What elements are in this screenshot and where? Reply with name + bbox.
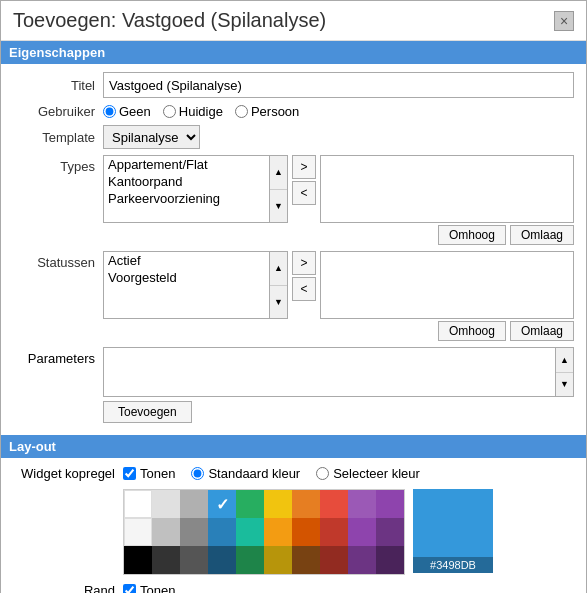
types-listbox-right[interactable] xyxy=(320,155,574,223)
tonen-checkbox-label[interactable]: Tonen xyxy=(123,466,175,481)
color-cell[interactable] xyxy=(208,518,236,546)
gebruiker-huidige-radio[interactable] xyxy=(163,105,176,118)
gebruiker-geen-label: Geen xyxy=(119,104,151,119)
list-item[interactable]: Actief xyxy=(104,252,269,269)
color-cell[interactable] xyxy=(124,518,152,546)
scroll-down-btn[interactable]: ▼ xyxy=(270,189,287,223)
parameters-block: ▲ ▼ Toevoegen xyxy=(103,347,574,423)
standaard-kleur-label[interactable]: Standaard kleur xyxy=(191,466,300,481)
layout-content: Widget kopregel Tonen Standaard kleur Se… xyxy=(1,458,586,593)
statussen-move-right-btn[interactable]: > xyxy=(292,251,316,275)
list-item[interactable]: Appartement/Flat xyxy=(104,156,269,173)
widget-kopregel-label: Widget kopregel xyxy=(13,466,123,481)
scroll-up-btn[interactable]: ▲ xyxy=(270,156,287,189)
titel-input[interactable] xyxy=(103,72,574,98)
gebruiker-radio-group: Geen Huidige Persoon xyxy=(103,104,299,119)
color-cell[interactable] xyxy=(152,518,180,546)
gebruiker-persoon-radio[interactable] xyxy=(235,105,248,118)
color-cell[interactable] xyxy=(348,518,376,546)
template-label: Template xyxy=(13,130,103,145)
types-omlaag-btn[interactable]: Omlaag xyxy=(510,225,574,245)
color-cell[interactable] xyxy=(152,546,180,574)
color-cell[interactable] xyxy=(264,490,292,518)
statussen-scroll-up-btn[interactable]: ▲ xyxy=(270,252,287,285)
color-cell[interactable] xyxy=(180,518,208,546)
parameters-label: Parameters xyxy=(13,347,103,366)
selecteer-kleur-radio[interactable] xyxy=(316,467,329,480)
rand-tonen-label[interactable]: Tonen xyxy=(123,583,175,593)
statussen-move-left-btn[interactable]: < xyxy=(292,277,316,301)
titel-label: Titel xyxy=(13,78,103,93)
close-button[interactable]: × xyxy=(554,11,574,31)
color-cell[interactable] xyxy=(236,490,264,518)
statussen-listbox-container: Actief Voorgesteld ▲ ▼ xyxy=(103,251,288,319)
standaard-kleur-text: Standaard kleur xyxy=(208,466,300,481)
types-omhoog-btn[interactable]: Omhoog xyxy=(438,225,506,245)
types-listbox-container: Appartement/Flat Kantoorpand Parkeervoor… xyxy=(103,155,288,223)
gebruiker-geen-option[interactable]: Geen xyxy=(103,104,151,119)
titel-input-wrap xyxy=(103,72,574,98)
color-cell[interactable] xyxy=(320,518,348,546)
gebruiker-persoon-option[interactable]: Persoon xyxy=(235,104,299,119)
color-cell[interactable] xyxy=(124,546,152,574)
eigenschappen-header: Eigenschappen xyxy=(1,41,586,64)
color-cell[interactable] xyxy=(180,546,208,574)
tonen-checkbox[interactable] xyxy=(123,467,136,480)
color-cell[interactable] xyxy=(376,546,404,574)
list-item[interactable]: Kantoorpand xyxy=(104,173,269,190)
color-cell[interactable] xyxy=(292,518,320,546)
statussen-listbox-left[interactable]: Actief Voorgesteld xyxy=(104,252,269,318)
color-cell[interactable] xyxy=(208,546,236,574)
rand-tonen-checkbox[interactable] xyxy=(123,584,136,593)
statussen-scrollbar[interactable]: ▲ ▼ xyxy=(269,252,287,318)
color-cell[interactable] xyxy=(292,546,320,574)
statussen-listbox-right[interactable] xyxy=(320,251,574,319)
color-cell[interactable] xyxy=(348,490,376,518)
param-scroll-up-btn[interactable]: ▲ xyxy=(556,348,573,372)
color-cell[interactable] xyxy=(180,490,208,518)
statussen-arrow-col: > < xyxy=(292,251,316,301)
statussen-omlaag-btn[interactable]: Omlaag xyxy=(510,321,574,341)
list-item[interactable]: Parkeervoorziening xyxy=(104,190,269,207)
parameters-scrollbar[interactable]: ▲ ▼ xyxy=(555,348,573,396)
types-listbox-left[interactable]: Appartement/Flat Kantoorpand Parkeervoor… xyxy=(104,156,269,222)
statussen-row: Statussen Actief Voorgesteld ▲ ▼ xyxy=(13,251,574,341)
types-scrollbar[interactable]: ▲ ▼ xyxy=(269,156,287,222)
standaard-kleur-radio[interactable] xyxy=(191,467,204,480)
parameters-content[interactable] xyxy=(104,348,555,396)
color-cell[interactable] xyxy=(292,490,320,518)
statussen-omhoog-btn[interactable]: Omhoog xyxy=(438,321,506,341)
types-arrow-col: > < xyxy=(292,155,316,205)
gebruiker-geen-radio[interactable] xyxy=(103,105,116,118)
color-cell[interactable] xyxy=(236,518,264,546)
tonen-label: Tonen xyxy=(140,466,175,481)
types-move-right-btn[interactable]: > xyxy=(292,155,316,179)
color-cell[interactable] xyxy=(320,490,348,518)
eigenschappen-content: Titel Gebruiker Geen Huidige Persoon xyxy=(1,64,586,435)
color-cell[interactable] xyxy=(376,518,404,546)
rand-label: Rand xyxy=(13,583,123,593)
color-cell[interactable] xyxy=(264,518,292,546)
titlebar: Toevoegen: Vastgoed (Spilanalyse) × xyxy=(1,1,586,41)
color-cell[interactable] xyxy=(376,490,404,518)
types-label: Types xyxy=(13,155,103,174)
parameters-row: Parameters ▲ ▼ Toevoegen xyxy=(13,347,574,423)
gebruiker-persoon-label: Persoon xyxy=(251,104,299,119)
color-cell[interactable] xyxy=(320,546,348,574)
types-move-left-btn[interactable]: < xyxy=(292,181,316,205)
color-cell[interactable] xyxy=(348,546,376,574)
color-cell[interactable] xyxy=(124,490,152,518)
color-cell[interactable] xyxy=(236,546,264,574)
toevoegen-btn[interactable]: Toevoegen xyxy=(103,401,192,423)
gebruiker-huidige-option[interactable]: Huidige xyxy=(163,104,223,119)
param-scroll-down-btn[interactable]: ▼ xyxy=(556,372,573,397)
list-item[interactable]: Voorgesteld xyxy=(104,269,269,286)
selecteer-kleur-text: Selecteer kleur xyxy=(333,466,420,481)
color-cell-selected[interactable] xyxy=(208,490,236,518)
selecteer-kleur-label[interactable]: Selecteer kleur xyxy=(316,466,420,481)
template-select[interactable]: Spilanalyse xyxy=(103,125,200,149)
color-cell[interactable] xyxy=(152,490,180,518)
gebruiker-label: Gebruiker xyxy=(13,104,103,119)
color-cell[interactable] xyxy=(264,546,292,574)
statussen-scroll-down-btn[interactable]: ▼ xyxy=(270,285,287,319)
